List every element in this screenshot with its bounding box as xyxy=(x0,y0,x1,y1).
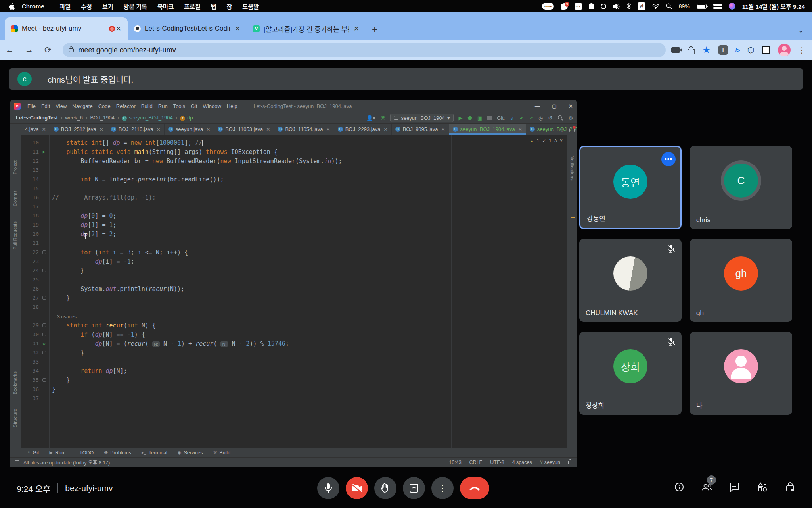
code-line[interactable]: 3 usages xyxy=(21,312,567,321)
url-text[interactable]: meet.google.com/bez-ufyi-umv xyxy=(79,46,176,54)
participant-tile[interactable]: CHULMIN KWAK xyxy=(579,239,682,322)
volume-icon[interactable] xyxy=(613,4,620,9)
close-button[interactable]: ✕ xyxy=(569,103,573,109)
menubar-item[interactable]: 북마크 xyxy=(157,3,174,10)
extension-1-icon[interactable]: I xyxy=(718,45,728,55)
host-controls-icon[interactable] xyxy=(785,482,795,492)
fold-marker-icon[interactable] xyxy=(42,333,46,336)
fold-marker-icon[interactable] xyxy=(42,296,46,300)
toolwindow-structure[interactable]: Structure xyxy=(13,409,17,427)
mic-button[interactable] xyxy=(317,477,339,499)
url-bar[interactable]: meet.google.com/bez-ufyi-umv xyxy=(63,43,666,57)
extension-3-icon[interactable] xyxy=(762,46,770,54)
toolwindow-button-build[interactable]: ⚒Build xyxy=(213,450,230,456)
participant-tile[interactable]: ghgh xyxy=(690,239,792,322)
browser-tab[interactable]: v[알고리즘]가장 긴 증가하는 부분수열✕ xyxy=(247,17,366,40)
code-line[interactable]: 31↻ dp[N] = (recur( N: N - 1) + recur( N… xyxy=(21,339,567,348)
toolwindow-commit[interactable]: Commit xyxy=(13,190,17,206)
code-line[interactable]: 23 dp[i] = -1; xyxy=(21,257,567,266)
code-line[interactable]: 12 BufferedReader br = new BufferedReade… xyxy=(21,156,567,165)
breadcrumb-item[interactable]: Let-s-CodingTest xyxy=(16,115,58,121)
stop-button[interactable] xyxy=(487,116,492,120)
usages-hint[interactable]: 3 usages xyxy=(52,314,77,319)
notifications-bell-icon[interactable] xyxy=(569,127,575,132)
toolwindow-button-todo[interactable]: ≡TODO xyxy=(75,450,94,456)
editor-tab-close-icon[interactable]: ✕ xyxy=(266,127,270,132)
git-branch[interactable]: ⑂ seeyun xyxy=(540,460,560,465)
participant-tile[interactable]: 동연•••강동연 xyxy=(579,146,682,229)
reload-button[interactable]: ⟳ xyxy=(44,45,52,55)
breadcrumb-item[interactable]: fdp xyxy=(180,115,193,121)
lock-icon[interactable] xyxy=(69,48,74,52)
active-app-name[interactable]: Chrome xyxy=(22,3,44,10)
indent-setting[interactable]: 4 spaces xyxy=(512,460,532,465)
siri-icon[interactable] xyxy=(729,3,735,10)
maximize-button[interactable]: ▢ xyxy=(552,103,557,109)
fold-marker-icon[interactable] xyxy=(42,378,46,382)
editor-tab-close-icon[interactable]: ✕ xyxy=(441,127,445,132)
menubar-item[interactable]: 방문 기록 xyxy=(124,3,147,10)
bookmark-star-icon[interactable]: ★ xyxy=(702,44,711,56)
code-editor[interactable]: 10 static int[] dp = new int[1000001]; /… xyxy=(10,135,577,448)
breadcrumb-item[interactable]: week_6 xyxy=(65,115,83,121)
editor-tab-close-icon[interactable]: ✕ xyxy=(100,127,103,132)
code-line[interactable]: 33 xyxy=(21,357,567,366)
caret-position[interactable]: 10:43 xyxy=(449,460,461,465)
chat-app-icon[interactable]: N xyxy=(561,3,568,10)
statusbar-window-icon[interactable] xyxy=(15,460,19,464)
tab-search-chevron-icon[interactable]: ⌄ xyxy=(798,27,812,34)
editor-tab-close-icon[interactable]: ✕ xyxy=(157,127,161,132)
toolwindow-pull-requests[interactable]: Pull Requests xyxy=(13,221,17,250)
tabs-options-icon[interactable]: ⋮ xyxy=(559,127,565,133)
warning-stripe-mark[interactable] xyxy=(571,217,575,218)
editor-tab-close-icon[interactable]: ✕ xyxy=(206,127,210,132)
code-line[interactable]: 24 } xyxy=(21,266,567,275)
editor-tab[interactable]: CBOJ_2110.java✕ xyxy=(107,124,165,135)
chrome-menu-icon[interactable]: ⋮ xyxy=(798,46,806,55)
wifi-icon[interactable] xyxy=(652,4,659,9)
code-line[interactable]: 32 } xyxy=(21,348,567,357)
ide-menu-tools[interactable]: Tools xyxy=(173,103,185,109)
code-line[interactable]: 19 dp[1] = 1; xyxy=(21,220,567,229)
tab-close-icon[interactable]: ✕ xyxy=(115,25,122,33)
editor-tab-close-icon[interactable]: ✕ xyxy=(326,127,330,132)
next-problem-icon[interactable]: ˅ xyxy=(560,138,563,144)
code-line[interactable]: 17 xyxy=(21,202,567,211)
minimize-button[interactable]: — xyxy=(535,103,540,109)
zoom-app-icon[interactable]: zoom xyxy=(542,3,554,10)
people-icon[interactable]: 7 xyxy=(702,482,712,492)
editor-tab-close-icon[interactable]: ✕ xyxy=(518,127,522,132)
menubar-item[interactable]: 도움말 xyxy=(242,3,259,10)
run-line-icon[interactable]: ▶ xyxy=(43,149,46,154)
meeting-details-icon[interactable] xyxy=(674,482,684,492)
code-line[interactable]: 21 xyxy=(21,239,567,248)
code-line[interactable]: 36} xyxy=(21,385,567,394)
participant-tile[interactable]: 상희정상희 xyxy=(579,332,682,415)
ide-menu-help[interactable]: Help xyxy=(227,103,237,109)
tabs-chevron-icon[interactable]: ⌄ xyxy=(550,127,555,133)
history-icon[interactable]: ◷ xyxy=(538,115,543,121)
editor-tab[interactable]: CBOJ_11053.java✕ xyxy=(214,124,274,135)
ide-menu-build[interactable]: Build xyxy=(141,103,153,109)
tile-options-button[interactable]: ••• xyxy=(661,152,676,166)
code-line[interactable]: 25 xyxy=(21,275,567,284)
code-line[interactable]: 34 return dp[N]; xyxy=(21,366,567,375)
toolwindow-button-terminal[interactable]: ▸_Terminal xyxy=(142,450,167,456)
participant-tile[interactable]: Cchris xyxy=(690,146,792,229)
participant-tile[interactable]: 나 xyxy=(690,332,792,415)
toolwindow-project[interactable]: Project xyxy=(13,160,17,175)
ide-menu-edit[interactable]: Edit xyxy=(41,103,50,109)
code-line[interactable]: 20 dp[2] = 2; xyxy=(21,229,567,239)
editor-tab-close-icon[interactable]: ✕ xyxy=(384,127,388,132)
ide-menu-run[interactable]: Run xyxy=(158,103,168,109)
input-source-icon[interactable]: 한 xyxy=(638,2,645,10)
breadcrumb-item[interactable]: BOJ_1904 xyxy=(90,115,114,121)
extensions-puzzle-icon[interactable]: ⬡ xyxy=(747,45,754,55)
code-line[interactable]: 10 static int[] dp = new int[1000001]; /… xyxy=(21,138,567,147)
spotlight-icon[interactable] xyxy=(666,3,672,9)
present-button[interactable] xyxy=(403,477,425,499)
profile-user-icon[interactable]: 👤▾ xyxy=(366,115,375,121)
editor-tab[interactable]: Cseeyun_BOJ_1904.java✕ xyxy=(449,124,526,135)
code-line[interactable]: 35 } xyxy=(21,375,567,385)
code-line[interactable]: 29 static int recur(int N) { xyxy=(21,321,567,330)
